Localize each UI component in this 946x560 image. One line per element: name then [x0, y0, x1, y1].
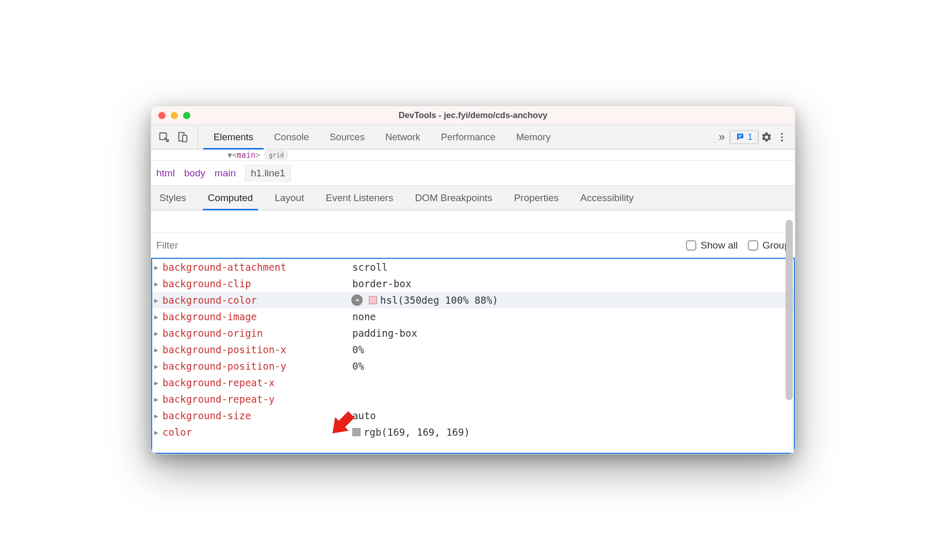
minimize-window-button[interactable]	[171, 112, 178, 119]
titlebar: DevTools - jec.fyi/demo/cds-anchovy	[151, 106, 795, 125]
color-swatch[interactable]	[369, 296, 377, 304]
expand-triangle-icon[interactable]: ▶	[154, 330, 161, 337]
property-row-color[interactable]: ▶colorrgb(169, 169, 169)	[152, 424, 794, 440]
svg-rect-3	[739, 135, 742, 136]
property-name: background-attachment	[161, 261, 352, 273]
tab-sources[interactable]: Sources	[319, 125, 375, 149]
property-value-text: hsl(350deg 100% 88%)	[380, 294, 498, 306]
close-window-button[interactable]	[158, 112, 166, 119]
subtab-computed[interactable]: Computed	[205, 186, 256, 210]
subtab-dom-breakpoints[interactable]: DOM Breakpoints	[412, 186, 495, 210]
main-toolbar: ElementsConsoleSourcesNetworkPerformance…	[151, 125, 795, 150]
scrollbar[interactable]	[786, 220, 793, 400]
expand-triangle-icon[interactable]: ▶	[154, 280, 161, 288]
inspect-element-icon[interactable]	[156, 129, 172, 145]
property-value[interactable]: none	[352, 311, 376, 322]
property-name: background-origin	[161, 327, 352, 339]
checkbox-icon	[748, 240, 758, 251]
main-tabs: ElementsConsoleSourcesNetworkPerformance…	[203, 125, 714, 149]
property-value-text: none	[352, 311, 376, 322]
svg-rect-2	[183, 135, 187, 142]
property-row-background-color[interactable]: ▶background-color➜hsl(350deg 100% 88%)	[152, 292, 794, 308]
breadcrumb-bar: htmlbodymainh1.line1	[151, 161, 795, 186]
issues-badge[interactable]: 1	[730, 130, 758, 144]
svg-point-6	[781, 136, 783, 138]
property-row-background-image[interactable]: ▶background-imagenone	[152, 308, 794, 325]
breadcrumb-body[interactable]: body	[184, 168, 205, 179]
subtab-properties[interactable]: Properties	[511, 186, 562, 210]
property-value[interactable]: 0%	[352, 360, 364, 372]
expand-triangle-icon[interactable]: ▶	[154, 412, 161, 420]
breadcrumb-h1-line1[interactable]: h1.line1	[245, 164, 291, 182]
more-tabs-button[interactable]: »	[714, 130, 729, 144]
expand-triangle-icon[interactable]: ▶	[154, 346, 161, 354]
filter-input[interactable]	[156, 240, 676, 251]
property-name: background-image	[161, 311, 352, 322]
svg-rect-4	[739, 136, 741, 137]
tab-console[interactable]: Console	[264, 125, 319, 149]
property-row-background-attachment[interactable]: ▶background-attachmentscroll	[152, 259, 794, 275]
expand-triangle-icon[interactable]: ▶	[154, 263, 161, 271]
tab-network[interactable]: Network	[375, 125, 431, 149]
filter-bar: Show all Group	[151, 233, 795, 258]
tab-elements[interactable]: Elements	[203, 125, 264, 149]
color-swatch[interactable]	[352, 428, 361, 436]
subtab-styles[interactable]: Styles	[156, 186, 189, 210]
property-value[interactable]: scroll	[352, 261, 388, 273]
subtab-layout[interactable]: Layout	[271, 186, 307, 210]
property-value[interactable]: border-box	[352, 278, 411, 289]
svg-point-5	[781, 133, 783, 135]
property-name: background-clip	[161, 278, 352, 289]
traffic-lights	[151, 112, 190, 119]
property-row-background-origin[interactable]: ▶background-originpadding-box	[152, 325, 794, 341]
checkbox-icon	[686, 240, 696, 251]
navigate-arrow-icon[interactable]: ➜	[351, 294, 363, 306]
grid-badge[interactable]: grid	[264, 151, 288, 159]
breadcrumb-main[interactable]: main	[215, 168, 236, 179]
property-name: background-position-x	[161, 344, 352, 355]
property-value[interactable]: padding-box	[352, 327, 417, 339]
property-row-background-repeat-x[interactable]: ▶background-repeat-x	[152, 374, 794, 391]
property-row-background-clip[interactable]: ▶background-clipborder-box	[152, 275, 794, 292]
property-value-text: padding-box	[352, 327, 417, 339]
expand-triangle-icon[interactable]: ▶	[154, 363, 161, 370]
maximize-window-button[interactable]	[183, 112, 190, 119]
tab-memory[interactable]: Memory	[506, 125, 561, 149]
expand-triangle-icon[interactable]: ▶	[154, 313, 161, 321]
property-name: background-color	[161, 294, 352, 306]
property-value[interactable]: auto	[352, 410, 376, 421]
property-value-text: border-box	[352, 278, 411, 289]
expand-triangle-icon[interactable]: ▶	[154, 379, 161, 387]
settings-gear-icon[interactable]	[759, 129, 774, 145]
computed-properties-list[interactable]: ▶background-attachmentscroll▶background-…	[152, 259, 794, 440]
property-value[interactable]: ➜hsl(350deg 100% 88%)	[352, 294, 498, 306]
property-value-text: 0%	[352, 360, 364, 372]
dom-tree-row[interactable]: ▼<main> grid	[151, 150, 795, 161]
property-row-background-position-x[interactable]: ▶background-position-x0%	[152, 341, 794, 358]
show-all-checkbox[interactable]: Show all	[686, 240, 738, 251]
subtab-event-listeners[interactable]: Event Listeners	[322, 186, 396, 210]
computed-properties-panel: ▶background-attachmentscroll▶background-…	[151, 258, 795, 454]
property-name: background-repeat-y	[161, 393, 352, 405]
svg-point-7	[781, 139, 783, 141]
property-value-text: auto	[352, 410, 376, 421]
subtab-accessibility[interactable]: Accessibility	[577, 186, 637, 210]
dom-tag: ▼<main>	[227, 151, 260, 160]
property-value-text: scroll	[352, 261, 388, 273]
breadcrumb-html[interactable]: html	[156, 168, 175, 179]
expand-triangle-icon[interactable]: ▶	[154, 429, 161, 436]
kebab-menu-icon[interactable]	[774, 129, 790, 145]
group-checkbox[interactable]: Group	[748, 240, 790, 251]
expand-triangle-icon[interactable]: ▶	[154, 396, 161, 403]
show-all-label: Show all	[700, 240, 738, 251]
device-toolbar-icon[interactable]	[175, 129, 190, 145]
chat-icon	[736, 133, 745, 142]
expand-triangle-icon[interactable]: ▶	[154, 297, 161, 304]
property-row-background-position-y[interactable]: ▶background-position-y0%	[152, 358, 794, 374]
tab-performance[interactable]: Performance	[431, 125, 506, 149]
property-value[interactable]: rgb(169, 169, 169)	[352, 426, 470, 438]
property-row-background-size[interactable]: ▶background-sizeauto	[152, 407, 794, 424]
property-value-text: rgb(169, 169, 169)	[364, 426, 470, 438]
property-row-background-repeat-y[interactable]: ▶background-repeat-y	[152, 391, 794, 407]
property-value[interactable]: 0%	[352, 344, 364, 355]
